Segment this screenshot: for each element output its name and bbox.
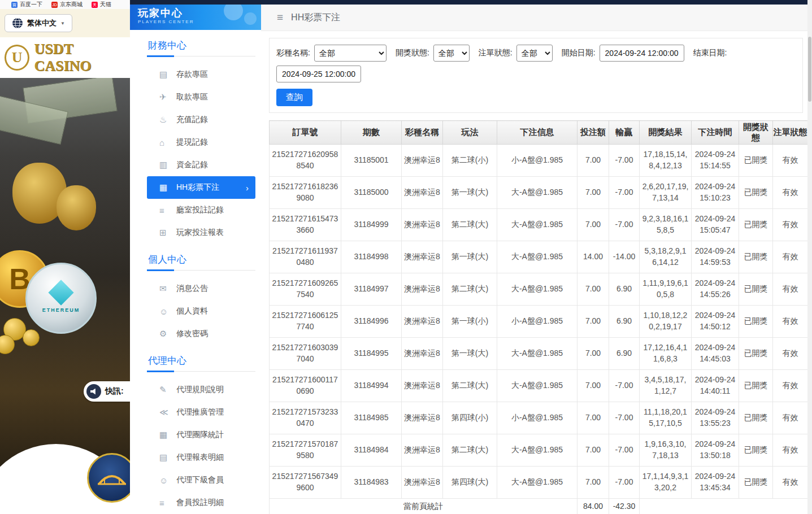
order-status-filter-select[interactable]: 全部 [516, 45, 553, 62]
chevron-right-icon: › [246, 183, 249, 193]
end-date-input[interactable] [276, 66, 361, 82]
bookmark-tmall[interactable]: 天天猫 [92, 1, 111, 8]
cell-bet_time: 2024-09-24 15:05:47 [692, 209, 739, 241]
cell-order_status: 有效 [773, 402, 808, 434]
sidebar-item-deposit[interactable]: ▤存款專區 [147, 63, 255, 86]
brand-logo[interactable]: U USDT CASINO [0, 37, 130, 78]
cell-play_type: 第二球(大) [443, 273, 497, 306]
player-report-icon: ⊞ [159, 228, 176, 238]
cell-draw_result: 17,18,15,14,8,4,12,13 [640, 145, 692, 177]
jd-bookmark-icon: JD [51, 2, 58, 8]
column-header-draw_status: 開獎狀態 [739, 121, 773, 145]
cell-draw_status: 已開獎 [739, 177, 773, 209]
cell-lottery_name: 澳洲幸运8 [402, 306, 443, 338]
ethereum-label: ETHEREUM [42, 307, 80, 313]
sidebar-item-funds-records[interactable]: ▥資金記錄 [147, 154, 255, 176]
sidebar-item-withdraw[interactable]: ✈取款專區 [147, 86, 255, 108]
profile-icon: ☺ [159, 307, 176, 316]
cell-draw_result: 17,12,16,4,11,6,8,3 [640, 338, 692, 370]
ethereum-diamond-icon [48, 280, 73, 305]
sidebar-subtitle: PLAYERS CENTER [138, 19, 261, 24]
news-ticker[interactable]: 快訊: [84, 381, 130, 402]
sidebar-item-label: 取款專區 [176, 92, 208, 102]
cell-period: 31185000 [341, 177, 402, 209]
table-row: 215217271609265754031184997澳洲幸运8第二球(大)大-… [270, 273, 808, 306]
cell-order_status: 有效 [773, 306, 808, 338]
column-header-order_status: 注單狀態 [773, 121, 808, 145]
cell-draw_status: 已開獎 [739, 241, 773, 273]
bridge-logo-icon [97, 467, 127, 489]
cell-period: 31185001 [341, 145, 402, 177]
column-header-bet_amount: 投注額 [577, 121, 609, 145]
bookmark-label: 天猫 [100, 1, 111, 8]
agent-members-icon: ☺ [159, 476, 176, 485]
player-center-sidebar: 玩家中心 PLAYERS CENTER 財務中心▤存款專區✈取款專區♨充值記錄⌂… [130, 0, 261, 514]
start-date-input[interactable] [600, 45, 684, 62]
brand-emblem-icon: U [5, 45, 29, 71]
table-row: 215217271573233047031184985澳洲幸运8第四球(小)小-… [270, 402, 808, 434]
cell-period: 31184998 [341, 241, 402, 273]
cell-order_no: 2152172715701879580 [270, 434, 341, 467]
cell-bet_time: 2024-09-24 13:55:23 [692, 402, 739, 434]
sidebar-item-player-bet-report[interactable]: ⊞玩家投注報表 [147, 221, 255, 244]
cell-order_status: 有效 [773, 338, 808, 370]
cell-draw_status: 已開獎 [739, 209, 773, 241]
column-header-period: 期數 [341, 121, 402, 145]
withdraw-icon: ✈ [159, 92, 176, 102]
draw-status-filter-select[interactable]: 全部 [433, 45, 470, 62]
sidebar-section-title: 個人中心 [147, 244, 255, 271]
bookmark-baidu[interactable]: 百百度一下 [11, 1, 42, 8]
bookmarks-bar: 百百度一下JD京东商城天天猫 [0, 0, 130, 9]
sidebar-item-agent-sub-members[interactable]: ☺代理下級會員 [147, 469, 255, 491]
sidebar-item-agent-rules[interactable]: ✎代理規則說明 [147, 378, 255, 401]
cell-lottery_name: 澳洲幸运8 [402, 273, 443, 306]
hamburger-menu-icon[interactable]: ≡ [277, 11, 283, 24]
cell-draw_result: 17,1,14,9,3,13,20,2 [640, 467, 692, 499]
cell-play_type: 第四球(大) [443, 467, 497, 499]
page-summary-row: 當前頁統計84.00-42.30 [270, 499, 808, 514]
cell-period: 31184983 [341, 467, 402, 499]
cell-period: 31184995 [341, 338, 402, 370]
cell-draw_result: 5,3,18,2,9,16,14,12 [640, 241, 692, 273]
table-row: 215217271615473366031184999澳洲幸运8第二球(大)大-… [270, 209, 808, 241]
cell-draw_result: 1,11,9,19,6,10,5,8 [640, 273, 692, 306]
sidebar-item-withdrawal-records[interactable]: ⌂提現記錄 [147, 131, 255, 154]
agent-report-icon: ▤ [159, 452, 176, 463]
table-row: 215217271618236908031185000澳洲幸运8第一球(大)大-… [270, 177, 808, 209]
sidebar-item-room-bet-records[interactable]: ≡廳室投註記錄 [147, 199, 255, 221]
scrollbar-thumb[interactable] [808, 37, 811, 102]
cell-win_loss: -7.00 [609, 177, 640, 209]
sidebar-item-label: 消息公告 [176, 284, 208, 294]
cell-bet_info: 小-A盤@1.985 [497, 306, 577, 338]
sidebar-item-recharge-records[interactable]: ♨充值記錄 [147, 108, 255, 131]
column-header-bet_time: 下注時間 [692, 121, 739, 145]
sidebar-item-agent-team-stats[interactable]: ▦代理團隊統計 [147, 424, 255, 446]
sidebar-item-agent-promotion[interactable]: ≪代理推廣管理 [147, 401, 255, 424]
cell-draw_status: 已開獎 [739, 145, 773, 177]
summary-empty [640, 499, 808, 514]
cell-win_loss: -7.00 [609, 370, 640, 402]
vertical-scrollbar[interactable] [807, 0, 812, 514]
search-button[interactable]: 查詢 [276, 89, 312, 106]
sidebar-item-label: 修改密碼 [176, 329, 208, 339]
recharge-record-icon: ♨ [159, 115, 176, 125]
cell-draw_result: 2,6,20,17,19,7,13,14 [640, 177, 692, 209]
bookmark-jd[interactable]: JD京东商城 [51, 1, 82, 8]
cell-bet_info: 小-A盤@1.985 [497, 402, 577, 434]
cell-bet_amount: 7.00 [577, 402, 609, 434]
table-row: 215217271567349960031184983澳洲幸运8第四球(大)大-… [270, 467, 808, 499]
sidebar-item-announcements[interactable]: ✉消息公告 [147, 277, 255, 300]
sidebar-item-hh-lottery-bets[interactable]: ▦HH彩票下注› [147, 176, 255, 199]
cell-win_loss: -7.00 [609, 145, 640, 177]
cell-draw_status: 已開獎 [739, 402, 773, 434]
language-selector[interactable]: 繁体中文 ▼ [5, 14, 72, 32]
sidebar-item-member-bet-detail[interactable]: ≡會員投註明細 [147, 491, 255, 514]
lottery-filter-select[interactable]: 全部 [314, 45, 387, 62]
sidebar-item-profile[interactable]: ☺個人資料 [147, 300, 255, 323]
sidebar-item-agent-report-detail[interactable]: ▤代理報表明細 [147, 446, 255, 469]
cell-draw_status: 已開獎 [739, 467, 773, 499]
column-header-play_type: 玩法 [443, 121, 497, 145]
cell-draw_status: 已開獎 [739, 434, 773, 467]
table-row: 215217271606125774031184996澳洲幸运8第一球(小)小-… [270, 306, 808, 338]
sidebar-item-change-password[interactable]: ⚙修改密碼 [147, 323, 255, 345]
